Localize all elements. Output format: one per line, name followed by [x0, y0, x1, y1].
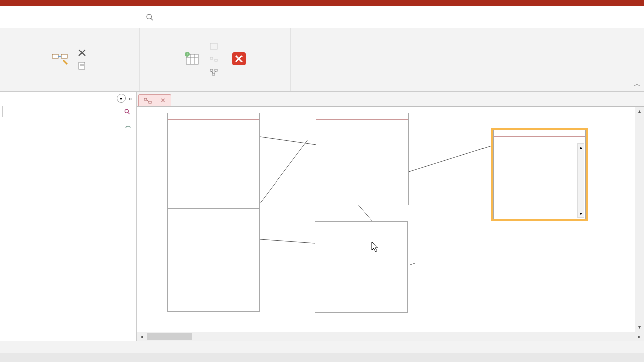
tell-me[interactable]: [146, 13, 159, 21]
relationship-report-button[interactable]: [75, 60, 92, 71]
document-area: ✕: [137, 92, 644, 341]
group-relationships: +: [140, 28, 291, 91]
horizontal-scrollbar[interactable]: ◂ ▸: [137, 332, 644, 341]
add-tables-button[interactable]: +: [180, 50, 203, 68]
clear-layout-button[interactable]: [75, 47, 92, 58]
tab-home[interactable]: [24, 15, 26, 19]
svg-rect-20: [215, 69, 217, 71]
tab-database-tools[interactable]: [72, 15, 74, 19]
all-rel-icon: [209, 68, 218, 77]
tab-file[interactable]: [8, 15, 10, 19]
nav-header: ▾ «: [0, 92, 136, 105]
svg-line-37: [409, 263, 415, 265]
direct-relationships-button[interactable]: [207, 54, 223, 65]
close-icon: [230, 50, 248, 67]
table-title: [494, 130, 585, 137]
relationships-canvas[interactable]: ▴▾ ▴ ▾ ◂ ▸: [137, 107, 644, 341]
title-bar: [0, 0, 644, 6]
status-bar: [0, 341, 644, 353]
tab-design[interactable]: [105, 15, 107, 19]
scroll-down-icon[interactable]: ▾: [635, 323, 644, 332]
taskbar: [0, 353, 644, 362]
svg-point-0: [147, 14, 151, 19]
table-books[interactable]: [316, 113, 409, 205]
clear-layout-icon: [77, 48, 87, 57]
table-scrollbar[interactable]: ▴▾: [577, 143, 584, 218]
table-title: [168, 209, 259, 215]
svg-line-32: [260, 137, 316, 145]
svg-line-35: [260, 239, 315, 243]
report-icon: [77, 61, 87, 70]
search-icon: [124, 108, 131, 115]
nav-dropdown-icon[interactable]: ▾: [117, 94, 126, 103]
group-tools: [0, 28, 140, 91]
svg-text:+: +: [186, 52, 188, 57]
scroll-thumb[interactable]: [147, 333, 192, 340]
nav-collapse-button[interactable]: «: [129, 95, 132, 102]
svg-line-34: [409, 146, 492, 172]
svg-line-22: [211, 71, 213, 73]
close-button[interactable]: [227, 50, 251, 68]
collapse-ribbon-button[interactable]: ︿: [634, 80, 641, 89]
nav-group-tables[interactable]: ︽: [0, 119, 136, 132]
svg-line-31: [147, 99, 149, 102]
search-input[interactable]: [3, 106, 121, 117]
add-tables-icon: +: [183, 50, 200, 67]
vertical-scrollbar[interactable]: ▴ ▾: [635, 107, 644, 332]
svg-rect-30: [149, 101, 151, 103]
tab-help[interactable]: [89, 15, 91, 19]
edit-relationships-icon: [51, 50, 68, 67]
svg-rect-19: [210, 69, 213, 71]
svg-rect-3: [61, 54, 67, 58]
scroll-left-icon[interactable]: ◂: [137, 334, 146, 339]
scroll-up-icon[interactable]: ▴: [578, 144, 584, 151]
ribbon: +: [0, 28, 644, 92]
tab-external-data[interactable]: [56, 15, 58, 19]
edit-relationships-button[interactable]: [48, 50, 71, 68]
table-customer[interactable]: ▴▾: [493, 130, 586, 219]
search-icon: [146, 13, 154, 21]
document-tabstrip: ✕: [137, 92, 644, 107]
svg-rect-29: [144, 98, 147, 100]
hide-table-button[interactable]: [207, 41, 223, 52]
table-detailcheckout[interactable]: [315, 221, 408, 313]
all-relationships-button[interactable]: [207, 67, 223, 78]
table-title: [316, 113, 408, 120]
table-authors[interactable]: [167, 113, 260, 209]
close-tab-button[interactable]: ✕: [160, 97, 166, 104]
ribbon-tabs: [0, 6, 644, 28]
search-button[interactable]: [121, 106, 133, 117]
svg-rect-2: [52, 54, 58, 58]
svg-rect-15: [210, 43, 217, 49]
scroll-up-icon[interactable]: ▴: [635, 107, 644, 116]
workarea: ▾ « ︽ ✕: [0, 92, 644, 341]
relationships-icon: [144, 97, 152, 104]
navigation-pane: ▾ « ︽: [0, 92, 137, 341]
svg-line-18: [213, 58, 215, 60]
svg-line-1: [151, 18, 153, 20]
svg-line-28: [128, 112, 129, 114]
svg-line-23: [214, 71, 216, 73]
svg-rect-17: [215, 59, 217, 61]
tab-create[interactable]: [40, 15, 42, 19]
collapse-icon: ︽: [125, 121, 131, 130]
scroll-right-icon[interactable]: ▸: [635, 334, 644, 339]
svg-line-33: [260, 140, 308, 203]
table-title: [315, 222, 407, 228]
table-title: [168, 113, 259, 120]
nav-search: [2, 106, 133, 117]
table-checkout[interactable]: [167, 208, 260, 312]
scroll-down-icon[interactable]: ▾: [578, 210, 584, 217]
direct-rel-icon: [209, 55, 218, 64]
hide-table-icon: [209, 42, 218, 51]
doc-tab-relationships[interactable]: ✕: [138, 94, 171, 106]
svg-rect-16: [210, 57, 213, 59]
svg-rect-21: [212, 73, 215, 75]
